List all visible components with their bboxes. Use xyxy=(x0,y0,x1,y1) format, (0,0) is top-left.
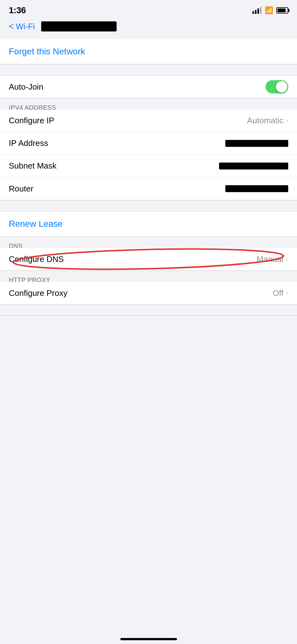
subnet-mask-redacted xyxy=(219,163,288,169)
section-divider-3: IPV4 ADDRESS xyxy=(0,98,297,109)
configure-proxy-label: Configure Proxy xyxy=(9,288,67,298)
subnet-mask-label: Subnet Mask xyxy=(9,161,57,171)
toggle-thumb xyxy=(276,81,287,92)
configure-ip-value-container: Automatic › xyxy=(247,116,288,125)
dns-section: Configure DNS Manual › xyxy=(0,248,297,270)
status-icons: 📶 xyxy=(252,6,288,14)
configure-dns-value-container: Manual › xyxy=(256,254,288,264)
configure-ip-value: Automatic xyxy=(247,116,283,125)
back-button[interactable]: < Wi-Fi xyxy=(9,21,35,31)
renew-lease-row[interactable]: Renew Lease xyxy=(0,211,297,236)
back-chevron-icon: < xyxy=(9,21,14,31)
http-proxy-header-text: HTTP PROXY xyxy=(9,276,50,283)
configure-dns-label: Configure DNS xyxy=(9,254,64,264)
ip-address-row: IP Address xyxy=(0,132,297,155)
section-divider-2 xyxy=(0,64,297,75)
auto-join-toggle[interactable] xyxy=(266,80,288,93)
forget-network-row[interactable]: Forget this Network xyxy=(0,39,297,64)
auto-join-section: Auto-Join xyxy=(0,75,297,98)
section-divider-1 xyxy=(0,36,297,39)
configure-dns-row[interactable]: Configure DNS Manual › xyxy=(0,248,297,270)
forget-network-section: Forget this Network xyxy=(0,39,297,64)
auto-join-row[interactable]: Auto-Join xyxy=(0,75,297,98)
network-name-redacted xyxy=(41,21,117,31)
status-bar: 1:36 📶 xyxy=(0,0,297,19)
wifi-icon: 📶 xyxy=(265,6,273,14)
renew-lease-section: Renew Lease xyxy=(0,211,297,236)
section-divider-4 xyxy=(0,200,297,211)
configure-proxy-value: Off xyxy=(272,288,283,298)
nav-header: < Wi-Fi xyxy=(0,19,297,36)
content-area: Forget this Network Auto-Join IPV4 ADDRE… xyxy=(0,36,297,633)
home-indicator xyxy=(0,633,297,644)
dns-section-wrapper: Configure DNS Manual › xyxy=(0,248,297,270)
router-redacted xyxy=(225,185,288,192)
configure-proxy-row[interactable]: Configure Proxy Off › xyxy=(0,282,297,304)
section-divider-6: HTTP PROXY xyxy=(0,270,297,282)
ipv4-section: Configure IP Automatic › IP Address Subn… xyxy=(0,109,297,200)
home-bar xyxy=(120,638,177,640)
section-divider-5: DNS xyxy=(0,236,297,248)
page-wrapper: 1:36 📶 < Wi-Fi Forget xyxy=(0,0,297,644)
section-divider-7 xyxy=(0,304,297,316)
subnet-mask-row: Subnet Mask xyxy=(0,155,297,177)
signal-bars-icon xyxy=(252,7,261,14)
ip-address-label: IP Address xyxy=(9,138,48,148)
http-proxy-section: Configure Proxy Off › xyxy=(0,282,297,304)
battery-icon xyxy=(276,7,288,14)
status-time: 1:36 xyxy=(9,5,26,15)
configure-ip-row[interactable]: Configure IP Automatic › xyxy=(0,109,297,132)
forget-network-label: Forget this Network xyxy=(9,47,85,57)
configure-proxy-chevron-icon: › xyxy=(286,289,288,297)
renew-lease-label: Renew Lease xyxy=(9,219,63,229)
configure-ip-label: Configure IP xyxy=(9,116,54,125)
ipv4-header-text: IPV4 ADDRESS xyxy=(9,104,56,111)
back-label: Wi-Fi xyxy=(16,22,35,31)
router-row: Router xyxy=(0,177,297,200)
configure-dns-chevron-icon: › xyxy=(286,255,288,263)
router-label: Router xyxy=(9,184,33,194)
chevron-right-icon: › xyxy=(286,117,288,125)
configure-proxy-value-container: Off › xyxy=(272,288,288,298)
ip-address-redacted xyxy=(225,140,288,147)
auto-join-label: Auto-Join xyxy=(9,82,43,92)
configure-dns-value: Manual xyxy=(256,254,283,264)
